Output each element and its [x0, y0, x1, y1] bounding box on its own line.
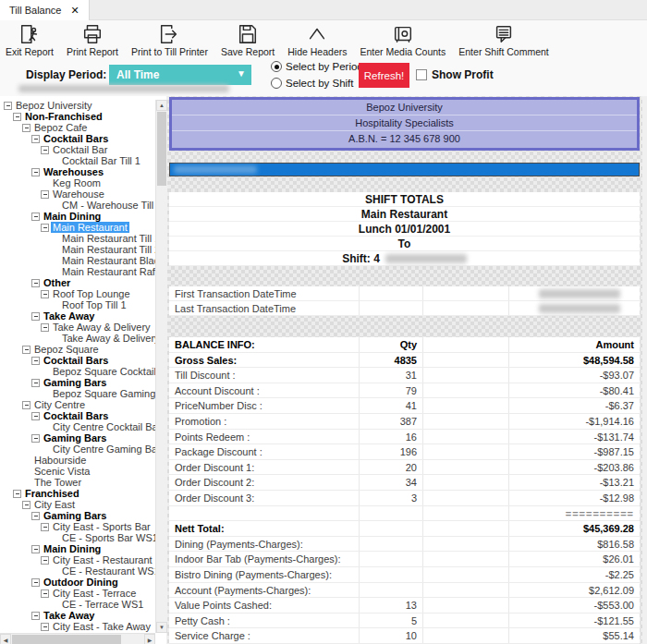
expand-collapse-icon[interactable] — [31, 135, 40, 143]
tree-item[interactable]: Bepoz Square Cocktail Bar — [2, 366, 155, 377]
expand-collapse-icon[interactable] — [41, 323, 49, 332]
tree-vertical-scrollbar[interactable]: ▲ ▼ — [155, 100, 166, 633]
hide-headers-button[interactable]: Hide Headers — [287, 23, 347, 57]
tree-item[interactable]: Bepoz University — [2, 100, 155, 111]
tree-item[interactable]: Warehouses — [2, 166, 155, 177]
scroll-right-icon[interactable]: ▶ — [144, 634, 155, 644]
scroll-down-icon[interactable]: ▼ — [156, 622, 167, 633]
expand-collapse-icon[interactable] — [31, 357, 40, 365]
tree-item[interactable]: Main Restaurant Raffle Till — [2, 266, 155, 277]
expand-collapse-icon[interactable] — [31, 578, 40, 587]
expand-collapse-icon[interactable] — [41, 556, 49, 565]
show-profit-checkbox[interactable]: Show Profit — [416, 68, 494, 81]
tree-item[interactable]: Habourside — [2, 455, 155, 466]
tree-item[interactable]: Bepoz Cafe — [2, 122, 155, 133]
expand-collapse-icon[interactable] — [31, 279, 40, 287]
tree-item[interactable]: Take Away — [2, 310, 155, 322]
tree-item[interactable]: City Centre Cocktail Bar — [2, 421, 155, 432]
expand-collapse-icon[interactable] — [41, 589, 49, 598]
tree-item[interactable]: CE - Restaurant WS1 — [2, 565, 155, 577]
tree-item[interactable]: City Centre Gaming Bar — [2, 444, 155, 455]
tree-item[interactable]: Gaming Bars — [2, 510, 155, 521]
expand-collapse-icon[interactable] — [41, 523, 49, 531]
radio-select-by-period[interactable]: Select by Period — [271, 59, 363, 74]
tree-item[interactable]: Outdoor Dining — [2, 577, 155, 588]
tree-item[interactable]: Other — [2, 277, 155, 288]
tree-item[interactable]: Main Restaurant Till 2 — [2, 244, 155, 255]
tree-item[interactable]: Take Away & Delivery — [2, 322, 155, 333]
expand-collapse-icon[interactable] — [31, 434, 40, 443]
tree-item[interactable]: Roof Top Lounge — [2, 288, 155, 299]
expand-collapse-icon[interactable] — [41, 146, 49, 154]
expand-collapse-icon[interactable] — [31, 512, 40, 520]
scroll-up-icon[interactable]: ▲ — [156, 100, 167, 111]
expand-collapse-icon[interactable] — [41, 224, 49, 232]
tree-item[interactable]: Non-Franchised — [2, 111, 155, 122]
scroll-thumb[interactable] — [157, 112, 166, 186]
expand-collapse-icon[interactable] — [31, 412, 40, 420]
tree-item[interactable]: Take Away & Delivery Till 1 — [2, 333, 155, 344]
tree-item[interactable]: Cocktail Bar — [2, 144, 155, 155]
tree-item[interactable]: Main Restaurant BladePay — [2, 255, 155, 266]
expand-collapse-icon[interactable] — [22, 346, 31, 354]
display-period-dropdown[interactable]: All Time ▼ — [109, 65, 251, 85]
tab-close-icon[interactable]: ✕ — [70, 5, 79, 17]
tree-item[interactable]: Keg Room — [2, 177, 155, 188]
expand-collapse-icon[interactable] — [41, 290, 49, 298]
expand-collapse-icon[interactable] — [22, 124, 31, 132]
tab-till-balance[interactable]: Till Balance ✕ — [0, 0, 90, 20]
tree-item[interactable]: Gaming Bars — [2, 432, 155, 444]
tree-item[interactable]: City East - Sports Bar — [2, 521, 155, 532]
expand-collapse-icon[interactable] — [31, 545, 40, 553]
expand-collapse-icon[interactable] — [31, 379, 40, 387]
tree-item[interactable]: Main Restaurant Till 1 — [2, 233, 155, 244]
tree-item[interactable]: City East - Restaurant — [2, 554, 155, 565]
expand-collapse-icon[interactable] — [22, 401, 31, 409]
balance-row: Order Discount 2:34-$13.21 — [169, 475, 640, 491]
tree-item[interactable]: City Centre — [2, 399, 155, 410]
expand-collapse-icon[interactable] — [31, 312, 40, 321]
tree-item[interactable]: Bepoz Square — [2, 344, 155, 355]
radio-select-by-shift[interactable]: Select by Shift — [271, 76, 363, 91]
tree-item[interactable]: CE - Terrace WS1 — [2, 599, 155, 610]
tree-item[interactable]: City East - Take Away — [2, 621, 155, 632]
tree-item[interactable]: Main Restaurant — [2, 222, 155, 233]
save-report-button[interactable]: Save Report — [221, 23, 275, 57]
tree-item[interactable]: Roof Top Till 1 — [2, 299, 155, 310]
enter-media-counts-button[interactable]: Enter Media Counts — [360, 23, 446, 57]
tree-item[interactable]: The Tower — [2, 477, 155, 488]
tree-item[interactable]: Cocktail Bars — [2, 355, 155, 366]
tree-horizontal-scrollbar[interactable]: ◀ ▶ — [0, 633, 155, 644]
tree-item[interactable]: Gaming Bars — [2, 377, 155, 388]
tree-item[interactable]: Franchised — [2, 488, 155, 499]
tree-item[interactable]: CE - Sports Bar WS1 — [2, 532, 155, 543]
scroll-thumb[interactable] — [12, 635, 121, 644]
tree-item[interactable]: CM - Warehouse Till 1 — [2, 200, 155, 211]
tree-item[interactable]: City East - Terrace — [2, 588, 155, 599]
tree-item[interactable]: Bepoz Square Gaming Bar — [2, 388, 155, 399]
expand-collapse-icon[interactable] — [4, 102, 12, 110]
print-report-button[interactable]: Print Report — [67, 23, 118, 57]
tree-item[interactable]: Warehouse — [2, 188, 155, 200]
tree-item[interactable]: Scenic Vista — [2, 466, 155, 477]
tree-item[interactable]: Cocktail Bar Till 1 — [2, 155, 155, 166]
expand-collapse-icon[interactable] — [41, 623, 49, 631]
expand-collapse-icon[interactable] — [13, 490, 21, 498]
expand-collapse-icon[interactable] — [13, 113, 21, 121]
scroll-left-icon[interactable]: ◀ — [0, 634, 11, 644]
print-to-till-printer-button[interactable]: Print to Till Printer — [131, 23, 208, 57]
tree-item[interactable]: Cocktail Bars — [2, 133, 155, 144]
expand-collapse-icon[interactable] — [31, 612, 40, 620]
expand-collapse-icon[interactable] — [31, 213, 40, 221]
tree-item[interactable]: Main Dining — [2, 211, 155, 222]
expand-collapse-icon[interactable] — [41, 190, 49, 199]
tree-item[interactable]: Cocktail Bars — [2, 410, 155, 421]
tree-item[interactable]: Main Dining — [2, 543, 155, 554]
expand-collapse-icon[interactable] — [22, 501, 31, 509]
tree-item[interactable]: Take Away — [2, 610, 155, 621]
refresh-button[interactable]: Refresh! — [359, 63, 409, 88]
tree-item[interactable]: City East — [2, 499, 155, 510]
exit-report-button[interactable]: Exit Report — [6, 23, 54, 57]
expand-collapse-icon[interactable] — [31, 168, 40, 176]
enter-shift-comment-button[interactable]: Enter Shift Comment — [458, 23, 548, 57]
